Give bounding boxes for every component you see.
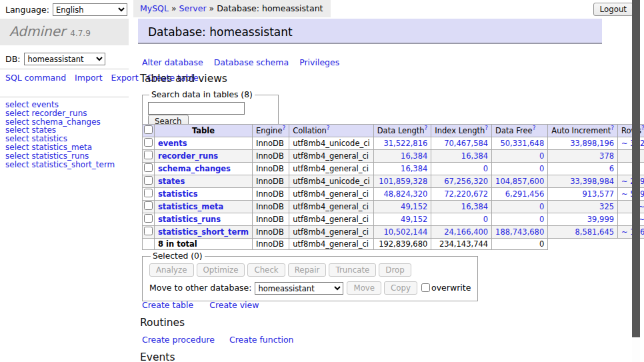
breadcrumb-item-server[interactable]: Server	[179, 3, 207, 13]
table-link-statistics-meta[interactable]: statistics_meta	[158, 202, 223, 211]
data-length-link[interactable]: 49,152	[401, 202, 427, 211]
table-link-statistics-short-term[interactable]: statistics_short_term	[158, 227, 249, 237]
auto-increment-link[interactable]: 39,999	[587, 215, 614, 224]
auto-increment-link[interactable]: 33,898,196	[570, 139, 614, 148]
table-name-cell: states	[155, 175, 253, 188]
data-free-link[interactable]: 104,857,600	[495, 177, 544, 186]
index-length-link[interactable]: 16,384	[461, 151, 488, 161]
nav-link-alter-database[interactable]: Alter database	[142, 57, 203, 67]
auto-increment-link[interactable]: 8,581,645	[575, 227, 615, 237]
overwrite-checkbox[interactable]	[421, 283, 430, 292]
breadcrumb-item-mysql[interactable]: MySQL	[140, 3, 169, 13]
nav-link-database-schema[interactable]: Database schema	[214, 57, 289, 67]
data-length-link[interactable]: 48,824,320	[383, 189, 427, 199]
sidebar-item-select-statistics-short-term[interactable]: select statistics_short_term	[5, 161, 115, 169]
language-select[interactable]: English	[53, 3, 127, 16]
move-database-select[interactable]: homeassistant	[255, 282, 343, 295]
sidebar-item-select-statistics-runs[interactable]: select statistics_runs	[5, 152, 115, 161]
column-header-table: Table	[155, 125, 253, 137]
search-input[interactable]	[148, 102, 245, 115]
auto-increment-link[interactable]: 325	[599, 202, 614, 211]
create-procedure-link[interactable]: Create procedure	[142, 335, 215, 345]
logout-button[interactable]: Logout	[593, 3, 633, 16]
sidebar-item-select-statistics-meta[interactable]: select statistics_meta	[5, 143, 115, 152]
db-select[interactable]: homeassistant	[24, 53, 105, 65]
create-function-link[interactable]: Create function	[229, 335, 294, 345]
engine-cell: InnoDB	[253, 150, 289, 163]
data-length-link[interactable]: 31,522,816	[383, 139, 427, 148]
help-icon[interactable]: ?	[425, 125, 428, 131]
auto-increment-link[interactable]: 378	[599, 151, 614, 161]
optimize-button[interactable]: Optimize	[197, 263, 245, 277]
data-free-link[interactable]: 0	[539, 215, 544, 224]
index-length-link[interactable]: 67,256,320	[444, 177, 488, 186]
data-free-link[interactable]: 6,291,456	[505, 189, 545, 199]
auto-increment-link[interactable]: 913,577	[582, 189, 614, 199]
truncate-button[interactable]: Truncate	[329, 263, 376, 277]
data-free-link[interactable]: 188,743,680	[495, 227, 544, 237]
data-length-link[interactable]: 16,384	[401, 164, 427, 173]
drop-button[interactable]: Drop	[379, 263, 411, 277]
index-length-link[interactable]: 0	[483, 215, 488, 224]
data-length-link[interactable]: 10,502,144	[383, 227, 427, 237]
index-length-link[interactable]: 16,384	[461, 202, 488, 211]
table-link-recorder-runs[interactable]: recorder_runs	[158, 151, 218, 161]
row-checkbox-statistics-meta[interactable]	[144, 201, 153, 210]
index-length-link[interactable]: 72,220,672	[444, 189, 488, 199]
help-icon[interactable]: ?	[533, 125, 536, 131]
table-link-statistics-runs[interactable]: statistics_runs	[158, 215, 221, 224]
row-checkbox-schema-changes[interactable]	[144, 163, 153, 172]
data-free-link[interactable]: 50,331,648	[500, 139, 544, 148]
auto-increment-link[interactable]: 6	[609, 164, 614, 173]
table-link-states[interactable]: states	[158, 177, 185, 186]
auto-increment-cell: 325	[548, 201, 618, 213]
table-link-events[interactable]: events	[158, 139, 187, 148]
help-icon[interactable]: ?	[327, 125, 330, 131]
index-length-link[interactable]: 24,166,400	[444, 227, 488, 237]
create-table-link[interactable]: Create table	[142, 300, 193, 310]
create-view-link[interactable]: Create view	[209, 300, 259, 310]
data-length-link[interactable]: 16,384	[401, 151, 427, 161]
help-icon[interactable]: ?	[485, 125, 488, 131]
row-checkbox-statistics[interactable]	[144, 189, 153, 197]
scrollbar-thumb[interactable]	[632, 0, 640, 337]
table-link-statistics[interactable]: statistics	[158, 189, 198, 199]
select-all-checkbox[interactable]	[144, 125, 153, 134]
table-link-schema-changes[interactable]: schema_changes	[158, 164, 231, 173]
sidebar-link-sql-command[interactable]: SQL command	[5, 73, 66, 83]
help-icon[interactable]: ?	[611, 125, 614, 131]
index-length-link[interactable]: 0	[483, 164, 488, 173]
index-length-link[interactable]: 70,467,584	[444, 139, 488, 148]
data-free-link[interactable]: 0	[539, 151, 544, 161]
analyze-button[interactable]: Analyze	[149, 263, 194, 277]
scrollbar[interactable]	[632, 0, 640, 362]
auto-increment-link[interactable]: 33,398,984	[570, 177, 614, 186]
data-length-link[interactable]: 101,859,328	[379, 177, 427, 186]
row-checkbox-recorder-runs[interactable]	[144, 151, 153, 159]
data-length-link[interactable]: 49,152	[401, 215, 427, 224]
help-icon[interactable]: ?	[641, 125, 644, 131]
row-checkbox-statistics-short-term[interactable]	[144, 227, 153, 235]
help-icon[interactable]: ?	[282, 125, 285, 131]
engine-cell: InnoDB	[253, 188, 289, 201]
data-free-link[interactable]: 0	[539, 164, 544, 173]
sidebar-link-import[interactable]: Import	[75, 73, 103, 83]
row-checkbox-cell	[143, 175, 155, 188]
sidebar-link-export[interactable]: Export	[111, 73, 139, 83]
move-to-database-label: Move to other database:	[149, 283, 251, 293]
sidebar-item-select-recorder-runs[interactable]: select recorder_runs	[5, 109, 115, 118]
move-button[interactable]: Move	[347, 281, 381, 295]
row-checkbox-cell	[143, 150, 155, 163]
auto-increment-cell: 39,999	[548, 213, 618, 226]
check-button[interactable]: Check	[247, 263, 285, 277]
row-checkbox-states[interactable]	[144, 176, 153, 185]
data-free-link[interactable]: 0	[539, 202, 544, 211]
tables-table: TableEngine?Collation?Data Length?Index …	[142, 124, 644, 250]
nav-link-privileges[interactable]: Privileges	[299, 57, 339, 67]
repair-button[interactable]: Repair	[288, 263, 327, 277]
engine-cell: InnoDB	[253, 137, 289, 150]
copy-button[interactable]: Copy	[384, 281, 417, 295]
row-checkbox-statistics-runs[interactable]	[144, 214, 153, 223]
sidebar-item-select-events[interactable]: select events	[5, 101, 115, 109]
row-checkbox-events[interactable]	[144, 138, 153, 147]
